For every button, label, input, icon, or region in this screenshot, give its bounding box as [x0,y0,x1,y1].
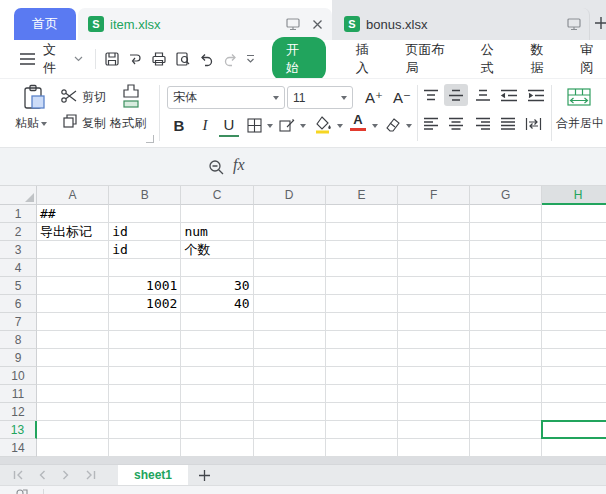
font-color-icon[interactable]: A [350,113,366,131]
ribbon-tab-formulas[interactable]: 公式 [481,41,507,77]
cell-F1[interactable] [398,205,470,223]
merge-center-icon[interactable] [567,88,591,106]
cell-A5[interactable] [37,277,109,295]
cell-B7[interactable] [109,313,181,331]
cell-G1[interactable] [470,205,542,223]
cell-D11[interactable] [254,385,326,403]
cell-H8[interactable] [542,331,606,349]
decrease-font-size-button[interactable]: A⁻ [390,86,414,109]
underline-button[interactable]: U [219,113,239,137]
cell-A14[interactable] [37,439,109,457]
cell-E7[interactable] [326,313,398,331]
merge-center-label[interactable]: 合并居中 [556,115,606,132]
file-menu-chevron-down-icon[interactable] [74,56,83,62]
cell-F2[interactable] [398,223,470,241]
align-top-icon[interactable] [423,89,439,102]
share-screen-icon[interactable] [284,15,302,33]
cell-E13[interactable] [326,421,398,439]
home-tab-button[interactable]: 首页 [14,8,76,40]
save-icon[interactable] [100,48,124,70]
selected-cell-H13[interactable] [541,420,606,439]
cell-D7[interactable] [254,313,326,331]
cell-H3[interactable] [542,241,606,259]
first-sheet-icon[interactable] [6,467,30,483]
cell-F12[interactable] [398,403,470,421]
format-painter-icon[interactable] [120,83,142,111]
ribbon-tab-home[interactable]: 开始 [272,37,326,81]
cell-E3[interactable] [326,241,398,259]
cell-F7[interactable] [398,313,470,331]
cell-D2[interactable] [254,223,326,241]
cell-G8[interactable] [470,331,542,349]
cell-D9[interactable] [254,349,326,367]
undo-icon[interactable] [195,48,219,70]
sheet-tab-sheet1[interactable]: sheet1 [118,465,188,486]
row-header-6[interactable]: 6 [0,295,37,313]
row-header-4[interactable]: 4 [0,259,37,277]
paste-button[interactable] [22,84,48,112]
redo-icon[interactable] [218,48,242,70]
column-header-B[interactable]: B [109,186,181,205]
borders-icon[interactable] [247,118,262,133]
cell-H7[interactable] [542,313,606,331]
format-painter-label[interactable]: 格式刷 [110,115,146,132]
status-mode-icon[interactable] [16,488,28,494]
cell-A4[interactable] [37,259,109,277]
cell-F8[interactable] [398,331,470,349]
last-sheet-icon[interactable] [78,467,102,483]
clear-format-caret-icon[interactable] [406,124,412,128]
row-header-3[interactable]: 3 [0,241,37,259]
decrease-indent-icon[interactable] [500,89,518,102]
cell-A6[interactable] [37,295,109,313]
cell-D12[interactable] [254,403,326,421]
ribbon-tab-data[interactable]: 数据 [531,41,557,77]
cell-A10[interactable] [37,367,109,385]
cell-G11[interactable] [470,385,542,403]
cell-A1[interactable]: ## [37,205,109,223]
cell-E10[interactable] [326,367,398,385]
row-header-10[interactable]: 10 [0,367,37,385]
new-document-tab-icon[interactable] [594,16,606,30]
cell-C13[interactable] [181,421,253,439]
bottom-scrollbar-strip[interactable] [0,457,606,464]
cell-E12[interactable] [326,403,398,421]
share-screen-icon[interactable] [565,15,583,33]
ribbon-tab-review[interactable]: 审阅 [580,41,606,77]
column-header-E[interactable]: E [326,186,398,205]
doc-tab-item-xlsx[interactable]: S item.xlsx [78,8,332,40]
cell-B5[interactable]: 1001 [109,277,181,295]
cell-E2[interactable] [326,223,398,241]
cell-C5[interactable]: 30 [181,277,253,295]
cell-F3[interactable] [398,241,470,259]
cell-G10[interactable] [470,367,542,385]
borders-caret-icon[interactable] [267,124,273,128]
cell-H12[interactable] [542,403,606,421]
cut-label[interactable]: 剪切 [82,89,106,106]
cell-H14[interactable] [542,439,606,457]
cell-B12[interactable] [109,403,181,421]
cell-G3[interactable] [470,241,542,259]
cell-A12[interactable] [37,403,109,421]
cell-F11[interactable] [398,385,470,403]
row-header-7[interactable]: 7 [0,313,37,331]
cell-G2[interactable] [470,223,542,241]
cell-H10[interactable] [542,367,606,385]
column-header-C[interactable]: C [181,186,253,205]
cell-H9[interactable] [542,349,606,367]
cell-D3[interactable] [254,241,326,259]
column-header-G[interactable]: G [470,186,542,205]
cell-F4[interactable] [398,259,470,277]
clear-format-eraser-icon[interactable] [384,117,401,133]
cell-B3[interactable]: id [109,241,181,259]
column-header-D[interactable]: D [254,186,326,205]
cell-G7[interactable] [470,313,542,331]
row-header-13[interactable]: 13 [0,421,37,439]
copy-label[interactable]: 复制 [82,115,106,132]
clipboard-dialog-launcher[interactable] [146,135,154,143]
font-size-select[interactable]: 11 [287,86,353,109]
cell-G5[interactable] [470,277,542,295]
column-header-F[interactable]: F [398,186,470,205]
cell-C7[interactable] [181,313,253,331]
align-center-icon[interactable] [448,117,464,130]
doc-tab-bonus-xlsx[interactable]: S bonus.xlsx [334,8,590,40]
